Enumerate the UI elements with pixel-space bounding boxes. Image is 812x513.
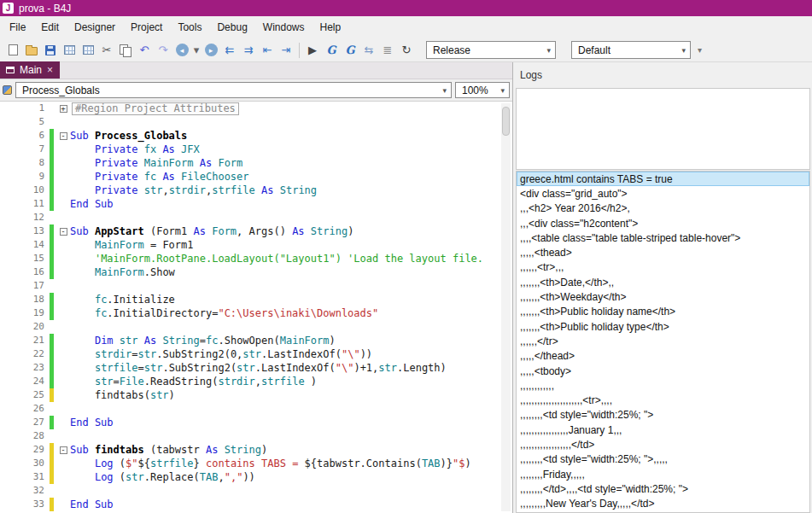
log-entry[interactable]: ,,,,,,,,,,,, xyxy=(517,378,809,393)
code-line-19[interactable]: 19 fc.InitialDirectory="C:\Users\inaki\D… xyxy=(0,306,512,320)
menu-edit[interactable]: Edit xyxy=(33,18,67,37)
zoom-selector[interactable]: 100% ▾ xyxy=(455,82,510,98)
navigate-forward-icon-button[interactable]: ▸ xyxy=(202,40,220,61)
menu-help[interactable]: Help xyxy=(313,18,349,37)
code-line-6[interactable]: 6-Sub Process_Globals xyxy=(0,129,512,143)
step-into-icon-button[interactable]: ⇆ xyxy=(359,40,378,61)
tab-main[interactable]: Main × xyxy=(0,61,60,79)
change-marker xyxy=(50,402,54,416)
code-line-14[interactable]: 14 MainForm = Form1 xyxy=(0,238,512,252)
log-entry[interactable]: ,,,,,,,<th>Date,</th>,, xyxy=(517,275,809,289)
fold-toggle-icon[interactable]: - xyxy=(56,443,70,457)
code-line-25[interactable]: 25 findtabs(str) xyxy=(0,388,512,402)
code-line-7[interactable]: 7 Private fx As JFX xyxy=(0,143,512,156)
code-line-26[interactable]: 26 xyxy=(0,402,512,416)
code-line-15[interactable]: 15 'MainForm.RootPane.LoadLayout("Layout… xyxy=(0,252,512,265)
log-entry[interactable]: ,,,,,,,,,,,,,,,,,,,,,,<tr>,,,, xyxy=(517,393,809,407)
outdent-icon-button[interactable]: ⇤ xyxy=(258,40,277,61)
log-output-area[interactable] xyxy=(516,88,810,170)
code-line-16[interactable]: 16 MainForm.Show xyxy=(0,265,512,279)
fold-toggle-icon[interactable]: - xyxy=(56,129,70,143)
log-entry[interactable]: <div class="grid_auto"> xyxy=(517,186,809,201)
code-line-20[interactable]: 20 xyxy=(0,320,512,334)
code-line-33[interactable]: 33End Sub xyxy=(0,498,512,511)
cut-icon-button[interactable]: ✂ xyxy=(97,40,116,61)
close-icon[interactable]: × xyxy=(47,65,53,75)
stop-icon-button[interactable]: ≣ xyxy=(378,40,397,61)
log-entry[interactable]: ,,,,,,,<th>Public holiday type</th> xyxy=(517,319,809,334)
code-line-12[interactable]: 12 xyxy=(0,211,512,224)
code-line-24[interactable]: 24 str=File.ReadString(strdir,strfile ) xyxy=(0,375,512,388)
log-entry[interactable]: ,,,,,</thead> xyxy=(517,349,809,364)
debug-resume-icon-button[interactable]: G xyxy=(322,40,341,61)
log-entry[interactable]: ,,,,,,,,<td style="width:25%; "> xyxy=(517,408,809,423)
uncomment-icon-button[interactable]: ⇉ xyxy=(239,40,258,61)
code-line-1[interactable]: 1+#Region Project Attributes xyxy=(0,102,512,115)
code-line-8[interactable]: 8 Private MainForm As Form xyxy=(0,156,512,170)
new-file-icon-button[interactable] xyxy=(3,40,22,61)
log-entry[interactable]: greece.html contains TABS = true xyxy=(517,172,809,186)
log-entry[interactable]: ,,,,,,<tr>,,, xyxy=(517,260,809,275)
log-entry[interactable]: ,,,,,,,,Friday,,,,, xyxy=(517,467,809,481)
log-entry[interactable]: ,,,,,<thead> xyxy=(517,245,809,259)
code-line-18[interactable]: 18 fc.Initialize xyxy=(0,293,512,306)
copy-icon-button[interactable] xyxy=(116,40,135,61)
run-icon-button[interactable]: ▶ xyxy=(303,40,322,61)
log-entry[interactable]: ,,,,<table class="table table-striped ta… xyxy=(517,230,809,245)
rebuild-icon-button[interactable]: ↻ xyxy=(397,40,416,61)
code-line-29[interactable]: 29-Sub findtabs (tabwstr As String) xyxy=(0,443,512,457)
log-entry[interactable]: ,,,,,<tbody> xyxy=(517,364,809,378)
log-entry[interactable]: ,,,,,,,,<td style="width:25%; ">,,,,, xyxy=(517,452,809,467)
log-entry[interactable]: ,,,,,,,,,,,,,,,,,,</td> xyxy=(517,437,809,452)
open-project-icon-button[interactable] xyxy=(22,40,41,61)
log-entry[interactable]: ,,,,,,</tr> xyxy=(517,334,809,348)
step-over-icon-button[interactable]: G xyxy=(341,40,359,61)
designer-icon-button[interactable] xyxy=(60,40,79,61)
code-line-5[interactable]: 5 xyxy=(0,115,512,129)
save-icon-button[interactable] xyxy=(41,40,60,61)
log-list[interactable]: greece.html contains TABS = true<div cla… xyxy=(516,171,810,513)
code-line-22[interactable]: 22 strdir=str.SubString2(0,str.LastIndex… xyxy=(0,347,512,361)
fold-toggle-icon[interactable]: - xyxy=(56,224,70,238)
code-editor[interactable]: 1+#Region Project Attributes56-Sub Proce… xyxy=(0,102,512,513)
toolbar-overflow-icon[interactable]: ▾ xyxy=(698,45,702,55)
code-line-9[interactable]: 9 Private fc As FileChooser xyxy=(0,170,512,184)
log-entry[interactable]: ,,,<h2> Year 2016</h2>, xyxy=(517,201,809,216)
navigate-back-menu-icon-button[interactable]: ▾ xyxy=(191,40,202,61)
code-line-10[interactable]: 10 Private str,strdir,strfile As String xyxy=(0,184,512,197)
code-line-30[interactable]: 30 Log ($"${strfile} contains TABS = ${t… xyxy=(0,457,512,470)
menu-tools[interactable]: Tools xyxy=(170,18,209,37)
menu-debug[interactable]: Debug xyxy=(209,18,254,37)
code-line-23[interactable]: 23 strfile=str.SubString2(str.LastIndexO… xyxy=(0,361,512,375)
code-line-27[interactable]: 27End Sub xyxy=(0,416,512,429)
menu-windows[interactable]: Windows xyxy=(255,18,313,37)
undo-icon-button[interactable]: ↶ xyxy=(135,40,154,61)
editor-scrollbar-thumb[interactable] xyxy=(502,107,510,136)
redo-icon-button[interactable]: ↷ xyxy=(154,40,172,61)
code-line-21[interactable]: 21 Dim str As String=fc.ShowOpen(MainFor… xyxy=(0,334,512,347)
menu-file[interactable]: File xyxy=(2,18,33,37)
build-config-select[interactable]: Default ▾ xyxy=(571,41,691,59)
log-entry[interactable]: ,,,,,,,,</td>,,,,<td style="width:25%; "… xyxy=(517,481,809,496)
log-entry[interactable]: ,,,<div class="h2content"> xyxy=(517,216,809,230)
libraries-icon-button[interactable] xyxy=(79,40,97,61)
code-line-13[interactable]: 13-Sub AppStart (Form1 As Form, Args() A… xyxy=(0,224,512,238)
menu-designer[interactable]: Designer xyxy=(67,18,123,37)
code-line-31[interactable]: 31 Log (str.Replace(TAB,",")) xyxy=(0,470,512,484)
fold-toggle-icon[interactable]: + xyxy=(56,102,70,115)
log-entry[interactable]: ,,,,,,,,,New Year's Day,,,,,</td> xyxy=(517,497,809,511)
release-mode-select[interactable]: Release ▾ xyxy=(426,41,556,59)
code-line-17[interactable]: 17 xyxy=(0,279,512,293)
indent-icon-button[interactable]: ⇥ xyxy=(277,40,295,61)
navigate-back-icon-button[interactable]: ◂ xyxy=(172,40,191,61)
editor-scrollbar[interactable] xyxy=(501,103,511,511)
menu-project[interactable]: Project xyxy=(123,18,170,37)
log-entry[interactable]: ,,,,,,,,,,,,,,,,,January 1,,, xyxy=(517,423,809,437)
log-entry[interactable]: ,,,,,,,<th>Weekday</th> xyxy=(517,289,809,304)
code-line-32[interactable]: 32 xyxy=(0,484,512,498)
code-line-28[interactable]: 28 xyxy=(0,429,512,443)
code-line-11[interactable]: 11End Sub xyxy=(0,197,512,211)
sub-selector[interactable]: Process_Globals ▾ xyxy=(15,82,452,98)
comment-icon-button[interactable]: ⇇ xyxy=(220,40,239,61)
log-entry[interactable]: ,,,,,,,<th>Public holiday name</th> xyxy=(517,305,809,319)
